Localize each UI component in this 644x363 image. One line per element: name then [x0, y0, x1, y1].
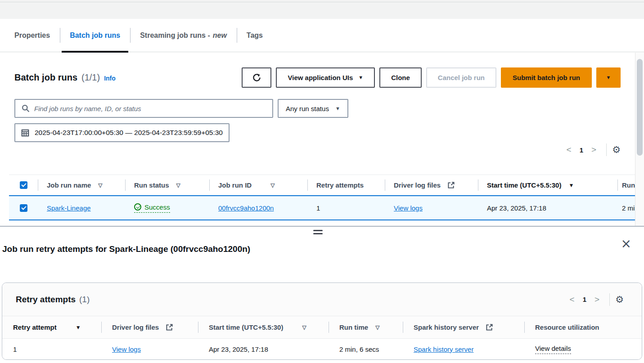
date-filter-row: 2025-04-23T17:00:00+05:30 — 2025-04-23T2… [14, 123, 230, 142]
spark-history-server-link[interactable]: Spark history server [414, 345, 473, 353]
retry-pagination: < 1 > ⚙ [565, 293, 624, 306]
job-run-name-link[interactable]: Spark-Lineage [47, 204, 91, 212]
external-link-icon [486, 324, 493, 331]
date-range-picker[interactable]: 2025-04-23T17:00:00+05:30 — 2025-04-23T2… [14, 123, 230, 142]
view-logs-link[interactable]: View logs [394, 204, 423, 212]
column-job-run-name[interactable]: Job run name ▽ [38, 175, 125, 195]
column-resource-utilization[interactable]: Resource utilization [524, 316, 642, 338]
clone-button[interactable]: Clone [379, 67, 422, 88]
cell-job-run-name: Spark-Lineage [38, 196, 125, 220]
column-run-status[interactable]: Run status ▽ [125, 175, 209, 195]
row-checkbox[interactable] [20, 204, 27, 212]
column-run-time[interactable]: Run time ▽ [329, 316, 403, 338]
select-all-cell [9, 175, 38, 195]
row-select-cell [9, 196, 38, 220]
cell-retry-attempt: 1 [2, 339, 101, 359]
chevron-down-icon: ▼ [358, 75, 363, 80]
sort-icon[interactable]: ▽ [176, 182, 180, 188]
panel-title-group: Batch job runs (1/1) Info [14, 72, 116, 83]
tab-batch-job-runs[interactable]: Batch job runs [60, 19, 130, 52]
select-all-checkbox[interactable] [20, 181, 27, 189]
retry-attempts-card: Retry attempts (1) < 1 > ⚙ Retry attempt… [2, 282, 642, 360]
previous-page-button[interactable]: < [565, 295, 579, 305]
retry-card-header: Retry attempts (1) < 1 > ⚙ [2, 283, 642, 316]
view-application-uis-button[interactable]: View application UIs ▼ [276, 67, 375, 88]
view-details-trigger[interactable]: View details [535, 345, 571, 354]
job-runs-table-header: Job run name ▽ Run status ▽ Job run ID ▽… [9, 175, 635, 195]
column-driver-log-files[interactable]: Driver log files [385, 175, 478, 195]
column-job-run-id[interactable]: Job run ID ▽ [209, 175, 307, 195]
cell-start-time: Apr 23, 2025, 17:18 [478, 196, 617, 220]
submit-options-caret-button[interactable]: ▼ [596, 67, 621, 88]
page-number[interactable]: 1 [579, 296, 590, 303]
gear-icon[interactable]: ⚙ [615, 294, 624, 305]
split-panel-border [0, 226, 644, 227]
top-band [0, 0, 644, 19]
column-spark-history-server[interactable]: Spark history server [403, 316, 524, 338]
table-row[interactable]: Spark-Lineage Success 00frvcc9aho1200n 1… [9, 195, 635, 220]
column-retry-attempt[interactable]: Retry attempt ▼ [2, 316, 101, 338]
cell-run-status: Success [125, 196, 209, 220]
next-page-button[interactable]: > [590, 295, 604, 305]
retry-table-row: 1 View logs Apr 23, 2025, 17:18 2 min, 6… [2, 339, 642, 359]
info-link[interactable]: Info [104, 75, 116, 82]
column-driver-log-files[interactable]: Driver log files [101, 316, 198, 338]
sort-icon[interactable]: ▽ [302, 324, 306, 331]
chevron-down-icon: ▼ [335, 106, 340, 111]
toolbar-buttons: View application UIs ▼ Clone Cancel job … [242, 67, 621, 88]
submit-batch-job-run-button[interactable]: Submit batch job run [501, 67, 592, 88]
column-start-time[interactable]: Start time (UTC+5.5:30) ▼ [478, 175, 617, 195]
tab-tags[interactable]: Tags [237, 19, 273, 52]
split-panel-drag-handle[interactable] [313, 230, 323, 236]
batch-job-runs-panel: Batch job runs (1/1) Info View applicati… [0, 53, 644, 226]
next-page-button[interactable]: > [587, 145, 601, 155]
refresh-icon [252, 73, 261, 82]
job-run-id-link[interactable]: 00frvcc9aho1200n [218, 204, 274, 212]
chevron-down-icon: ▼ [606, 75, 611, 80]
calendar-icon [21, 129, 29, 137]
cell-driver-log-files: View logs [385, 196, 478, 220]
panel-toolbar: Batch job runs (1/1) Info View applicati… [14, 67, 621, 88]
retry-panel-title: Retry attempts [16, 295, 76, 305]
page-number[interactable]: 1 [576, 146, 587, 154]
sort-icon[interactable]: ▽ [98, 182, 102, 188]
sort-desc-icon[interactable]: ▼ [568, 182, 574, 188]
job-runs-table: Job run name ▽ Run status ▽ Job run ID ▽… [9, 175, 635, 220]
cell-resource-utilization: View details [524, 339, 642, 359]
cell-driver-log-files: View logs [101, 339, 198, 359]
sort-icon[interactable]: ▽ [270, 182, 275, 188]
page-title: Batch job runs [14, 72, 77, 83]
pager-divider [609, 293, 610, 306]
close-icon[interactable]: × [621, 238, 631, 250]
column-run-time[interactable]: Run time [617, 175, 635, 195]
sort-icon[interactable]: ▽ [375, 324, 379, 331]
column-start-time[interactable]: Start time (UTC+5.5:30) ▽ [198, 316, 329, 338]
tab-bar: Properties Batch job runs Streaming job … [0, 19, 644, 52]
cell-retry-attempts: 1 [307, 196, 385, 220]
scrollbar-thumb[interactable] [637, 59, 643, 156]
tab-properties[interactable]: Properties [5, 19, 60, 52]
vertical-scrollbar[interactable] [635, 53, 644, 226]
cell-spark-history-server: Spark history server [403, 339, 524, 359]
search-input[interactable] [34, 105, 266, 112]
cell-start-time: Apr 23, 2025, 17:18 [198, 339, 329, 359]
gear-icon[interactable]: ⚙ [612, 144, 621, 155]
pager-divider [606, 143, 607, 156]
status-badge[interactable]: Success [134, 203, 170, 213]
cell-job-run-id: 00frvcc9aho1200n [209, 196, 307, 220]
retry-count: (1) [79, 295, 90, 305]
column-retry-attempts[interactable]: Retry attempts [307, 175, 385, 195]
run-status-filter-select[interactable]: Any run status ▼ [278, 99, 348, 118]
view-logs-link[interactable]: View logs [112, 345, 141, 353]
refresh-button[interactable] [242, 67, 271, 88]
table-pagination: < 1 > ⚙ [562, 143, 621, 156]
sort-desc-icon[interactable]: ▼ [76, 324, 81, 331]
cell-run-time: 2 min, 6 secs [329, 339, 403, 359]
previous-page-button[interactable]: < [562, 145, 576, 155]
result-count: (1/1) [81, 72, 100, 83]
search-box [14, 99, 273, 118]
retry-title-group: Retry attempts (1) [16, 295, 90, 305]
cancel-job-run-button[interactable]: Cancel job run [426, 67, 496, 88]
tab-streaming-job-runs[interactable]: Streaming job runs - new [130, 19, 237, 52]
external-link-icon [166, 324, 173, 331]
